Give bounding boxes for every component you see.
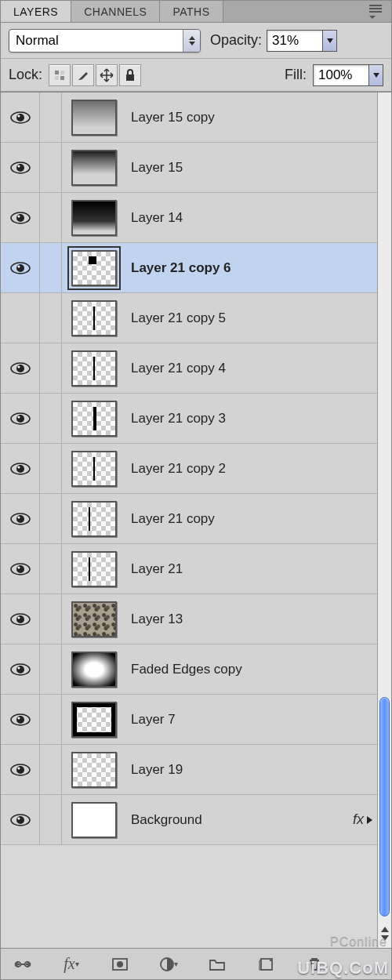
opacity-input[interactable]: 31% — [267, 30, 323, 52]
scroll-up-icon[interactable] — [381, 927, 389, 932]
visibility-toggle[interactable] — [1, 444, 40, 493]
lock-position-button[interactable] — [96, 64, 118, 86]
layer-row[interactable]: Layer 21 copy 4 — [1, 343, 377, 394]
layer-thumbnail[interactable] — [71, 300, 117, 336]
layer-name[interactable]: Layer 21 copy 6 — [126, 260, 377, 276]
link-layers-icon[interactable] — [12, 953, 34, 975]
layer-name[interactable]: Layer 15 copy — [126, 110, 377, 125]
tab-paths[interactable]: PATHS — [160, 1, 223, 22]
layer-thumbnail[interactable] — [71, 601, 117, 637]
scroll-track[interactable] — [378, 93, 391, 920]
layer-thumbnail[interactable] — [71, 451, 117, 487]
layer-thumbnail[interactable] — [71, 802, 117, 838]
link-column — [40, 695, 62, 744]
layer-row[interactable]: Backgroundfx — [1, 795, 377, 845]
lock-icons — [49, 64, 141, 86]
visibility-toggle[interactable] — [1, 695, 40, 744]
fill-dropdown-button[interactable] — [369, 64, 383, 86]
layer-row[interactable]: Layer 21 copy 2 — [1, 444, 377, 494]
layer-name[interactable]: Layer 21 copy 5 — [126, 310, 377, 326]
visibility-toggle[interactable] — [1, 243, 40, 292]
svg-point-37 — [17, 666, 20, 669]
link-column — [40, 293, 62, 343]
visibility-toggle[interactable] — [1, 394, 40, 443]
layer-thumbnail[interactable] — [71, 250, 117, 286]
fx-indicator[interactable]: fx — [330, 811, 377, 828]
layer-thumbnail[interactable] — [71, 200, 117, 236]
layer-thumbnail[interactable] — [71, 702, 117, 738]
visibility-toggle[interactable] — [1, 494, 40, 543]
new-layer-icon[interactable] — [255, 953, 277, 975]
layers-list[interactable]: Layer 15 copyLayer 15Layer 14Layer 21 co… — [1, 93, 377, 948]
layer-thumbnail[interactable] — [71, 350, 117, 387]
layer-name[interactable]: Faded Edges copy — [126, 662, 377, 677]
blend-mode-select[interactable]: Normal — [9, 29, 201, 53]
layer-row[interactable]: Faded Edges copy — [1, 644, 377, 695]
visibility-toggle[interactable] — [1, 93, 40, 142]
visibility-toggle[interactable] — [1, 343, 40, 393]
layer-thumbnail[interactable] — [71, 551, 117, 587]
layer-row[interactable]: Layer 21 copy 5 — [1, 293, 377, 343]
eye-icon — [9, 662, 31, 677]
visibility-toggle[interactable] — [1, 644, 40, 694]
link-column — [40, 444, 62, 493]
layer-thumbnail[interactable] — [71, 150, 117, 186]
layers-list-wrap: Layer 15 copyLayer 15Layer 14Layer 21 co… — [1, 92, 391, 948]
fill-input[interactable]: 100% — [313, 64, 369, 86]
layer-name[interactable]: Layer 21 — [126, 561, 377, 577]
layer-row[interactable]: Layer 21 copy 6 — [1, 243, 377, 293]
tab-layers[interactable]: LAYERS — [1, 1, 71, 22]
visibility-toggle[interactable] — [1, 745, 40, 794]
layer-name[interactable]: Layer 21 copy 4 — [126, 361, 377, 376]
layer-thumbnail[interactable] — [71, 652, 117, 688]
layer-row[interactable]: Layer 15 — [1, 143, 377, 193]
visibility-toggle[interactable] — [1, 143, 40, 192]
visibility-toggle[interactable] — [1, 594, 40, 644]
layer-name[interactable]: Layer 21 copy 3 — [126, 411, 377, 426]
adjustment-layer-icon[interactable]: ▾ — [158, 953, 180, 975]
layer-row[interactable]: Layer 21 copy 3 — [1, 394, 377, 444]
scrollbar[interactable] — [377, 93, 391, 948]
svg-point-43 — [17, 767, 20, 769]
panel-tab-bar: LAYERS CHANNELS PATHS — [1, 1, 391, 23]
lock-all-button[interactable] — [119, 64, 141, 86]
layer-name[interactable]: Layer 15 — [126, 160, 377, 176]
layer-name[interactable]: Layer 14 — [126, 210, 377, 226]
layer-row[interactable]: Layer 19 — [1, 745, 377, 795]
tab-channels[interactable]: CHANNELS — [71, 1, 160, 22]
visibility-toggle[interactable] — [1, 544, 40, 593]
layer-row[interactable]: Layer 7 — [1, 695, 377, 745]
layer-name[interactable]: Layer 13 — [126, 612, 377, 627]
visibility-toggle[interactable] — [1, 795, 40, 844]
layer-row[interactable]: Layer 13 — [1, 594, 377, 644]
layer-mask-icon[interactable] — [109, 953, 131, 975]
visibility-toggle[interactable] — [1, 193, 40, 242]
layer-thumbnail[interactable] — [71, 100, 117, 136]
layer-row[interactable]: Layer 14 — [1, 193, 377, 243]
layer-name[interactable]: Layer 19 — [126, 762, 377, 778]
options-row: Normal Opacity: 31% — [1, 23, 391, 59]
layer-name[interactable]: Layer 7 — [126, 712, 377, 728]
layer-thumbnail[interactable] — [71, 401, 117, 437]
scroll-thumb[interactable] — [379, 697, 390, 916]
layer-thumbnail[interactable] — [71, 501, 117, 537]
layer-row[interactable]: Layer 15 copy — [1, 93, 377, 143]
layer-row[interactable]: Layer 21 copy — [1, 494, 377, 544]
layer-style-icon[interactable]: fx▾ — [60, 953, 82, 975]
layer-thumbnail[interactable] — [71, 752, 117, 788]
lock-transparent-button[interactable] — [49, 64, 71, 86]
layer-name[interactable]: Background — [126, 812, 330, 828]
svg-point-16 — [17, 265, 20, 267]
layer-group-icon[interactable] — [206, 953, 228, 975]
panel-menu-icon[interactable] — [366, 2, 385, 22]
opacity-dropdown-button[interactable] — [323, 30, 337, 52]
layer-name[interactable]: Layer 21 copy — [126, 511, 377, 527]
eye-icon — [9, 612, 31, 626]
visibility-toggle[interactable] — [1, 293, 40, 343]
layer-name[interactable]: Layer 21 copy 2 — [126, 461, 377, 477]
thumbnail-column — [62, 594, 126, 644]
eye-icon — [9, 211, 31, 225]
thumbnail-column — [62, 243, 126, 292]
lock-pixels-button[interactable] — [72, 64, 94, 86]
layer-row[interactable]: Layer 21 — [1, 544, 377, 594]
